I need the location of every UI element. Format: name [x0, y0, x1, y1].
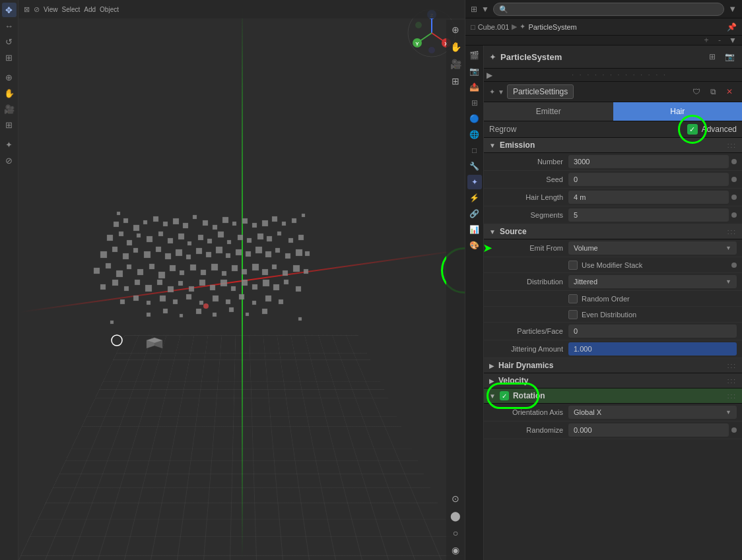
jittering-amount-row: Jittering Amount 1.000	[484, 340, 742, 358]
props-scene-data-icon[interactable]: 🔵	[467, 111, 482, 126]
ps-settings-close-btn[interactable]: ✕	[722, 84, 737, 99]
jittering-amount-value[interactable]: 1.000	[568, 342, 737, 356]
seed-value[interactable]: 0	[568, 173, 729, 186]
breadcrumb-particle-system[interactable]: ParticleSystem	[528, 23, 576, 31]
toolbar-cursor-icon[interactable]: ⊕	[2, 70, 17, 84]
props-world-icon[interactable]: 🌐	[467, 127, 482, 142]
material-mode-icon[interactable]: ◉	[448, 543, 463, 557]
svg-rect-53	[246, 251, 251, 257]
play-button[interactable]: ▶	[484, 71, 497, 80]
breadcrumb-pin-icon[interactable]: 📌	[727, 22, 737, 32]
magnify-icon[interactable]: ⊕	[448, 22, 463, 37]
panel-header-bar: ⊞ ▼ ▼	[465, 0, 742, 18]
svg-rect-1	[123, 218, 128, 223]
props-material-icon[interactable]: 🎨	[467, 238, 482, 253]
props-data-icon[interactable]: 📊	[467, 222, 482, 237]
distribution-dropdown[interactable]: Jittered ▼	[568, 275, 737, 288]
ps-camera-btn[interactable]: 📷	[722, 49, 737, 64]
toolbar-select-icon[interactable]: ✥	[2, 3, 17, 17]
ps-settings-dropdown-icon[interactable]: ▼	[498, 88, 504, 96]
props-modifier-icon[interactable]: 🔧	[467, 159, 482, 173]
viewport-shading-icon[interactable]: ⊠	[24, 5, 30, 14]
panel-expand-icon[interactable]: ▼	[728, 4, 737, 14]
advanced-checkbox[interactable]: ✓	[687, 124, 698, 135]
ps-settings-copy-btn[interactable]: ⧉	[706, 84, 720, 99]
svg-rect-11	[222, 217, 228, 223]
emit-from-label: Emit From	[489, 244, 568, 252]
use-modifier-stack-checkbox[interactable]	[568, 261, 578, 270]
segments-value[interactable]: 5	[568, 208, 729, 222]
svg-rect-3	[143, 220, 147, 224]
svg-rect-61	[106, 263, 111, 268]
collapse-btn[interactable]: ▼	[726, 36, 739, 45]
props-constraints-icon[interactable]: 🔗	[467, 206, 482, 221]
props-particles-icon[interactable]: ✦	[467, 175, 482, 189]
viewport[interactable]: Z Y X ⊠ ⊘ View Select Add Object ⊕ ✋ 🎥 ⊞…	[18, 0, 465, 560]
emission-section-header[interactable]: ▼ Emission :::	[484, 138, 742, 153]
camera-view-icon[interactable]: 🎥	[448, 57, 463, 71]
tab-emitter[interactable]: Emitter	[484, 102, 613, 121]
svg-rect-117	[213, 313, 217, 317]
hair-dynamics-label: Hair Dynamics	[498, 361, 553, 370]
scroll-down-btn[interactable]: -	[713, 36, 726, 45]
solid-mode-icon[interactable]: ⬤	[448, 509, 463, 523]
rotation-checkbox[interactable]: ✓	[500, 391, 509, 400]
hair-length-value[interactable]: 4 m	[568, 191, 729, 204]
props-render-icon[interactable]: 📷	[467, 64, 482, 78]
render-mode-icon[interactable]: ⊙	[448, 491, 463, 506]
hair-dynamics-section-header[interactable]: ▶ Hair Dynamics :::	[484, 358, 742, 373]
props-object-icon[interactable]: □	[467, 143, 482, 158]
wireframe-mode-icon[interactable]: ○	[448, 526, 463, 540]
particle-settings-name-btn[interactable]: ParticleSettings	[507, 84, 574, 99]
toolbar-move-icon[interactable]: ↔	[2, 18, 17, 33]
svg-text:Y: Y	[415, 41, 419, 47]
svg-rect-81	[100, 284, 106, 290]
viewport-overlay-icon[interactable]: ⊘	[34, 5, 40, 14]
grid-icon[interactable]: ⊞	[448, 74, 463, 88]
orientation-axis-label: Orientation Axis	[489, 408, 568, 416]
tab-hair[interactable]: Hair	[613, 102, 743, 121]
velocity-section-header[interactable]: ▶ Velocity :::	[484, 373, 742, 389]
toolbar-grid-icon[interactable]: ⊞	[2, 117, 17, 132]
toolbar-rotate-icon[interactable]: ↺	[2, 34, 17, 49]
svg-rect-14	[252, 223, 257, 228]
even-distribution-label: Even Distribution	[582, 311, 636, 319]
orientation-axis-dropdown[interactable]: Global X ▼	[568, 406, 737, 419]
hand-icon[interactable]: ✋	[448, 40, 463, 54]
toolbar-measure-icon[interactable]: ⊘	[2, 153, 17, 168]
toolbar-camera-icon[interactable]: 🎥	[2, 102, 17, 116]
svg-rect-28	[198, 235, 203, 240]
svg-point-140	[428, 47, 435, 53]
breadcrumb-object[interactable]: Cube.001	[478, 23, 510, 31]
props-view-layer-icon[interactable]: ⊞	[467, 96, 482, 110]
particle-system-header: ✦ ParticleSystem ⊞ 📷	[484, 46, 742, 69]
random-order-checkbox[interactable]	[568, 294, 578, 303]
jittering-amount-label: Jittering Amount	[489, 345, 568, 353]
randomize-value[interactable]: 0.000	[568, 423, 729, 437]
svg-rect-113	[147, 313, 151, 317]
ps-name-label[interactable]: ParticleSystem	[500, 52, 562, 62]
rotation-section-header[interactable]: ▼ ✓ Rotation :::	[484, 389, 742, 404]
panel-header-dropdown-icon[interactable]: ▼	[481, 5, 489, 14]
svg-rect-70	[201, 270, 206, 275]
props-physics-icon[interactable]: ⚡	[467, 191, 482, 205]
props-output-icon[interactable]: 📤	[467, 80, 482, 94]
even-distribution-checkbox[interactable]	[568, 310, 578, 319]
ps-settings-shield-btn[interactable]: 🛡	[689, 84, 704, 99]
svg-rect-102	[147, 301, 151, 305]
svg-rect-122	[302, 214, 305, 217]
scroll-up-btn[interactable]: +	[700, 36, 713, 45]
ps-display-btn[interactable]: ⊞	[705, 49, 720, 64]
toolbar-scale-icon[interactable]: ⊞	[2, 50, 17, 65]
number-value[interactable]: 3000	[568, 155, 729, 168]
rotation-collapse-arrow-icon: ▼	[489, 392, 496, 400]
toolbar-hand-icon[interactable]: ✋	[2, 86, 17, 100]
panel-search-input[interactable]	[493, 3, 724, 16]
svg-rect-77	[272, 264, 277, 269]
particles-face-value[interactable]: 0	[568, 325, 737, 338]
source-section-header[interactable]: ▼ Source :::	[484, 224, 742, 239]
toolbar-annotate-icon[interactable]: ✦	[2, 137, 17, 152]
props-scene-icon[interactable]: 🎬	[467, 48, 482, 63]
emit-from-dropdown[interactable]: Volume ▼	[568, 241, 737, 255]
svg-rect-30	[218, 232, 224, 237]
